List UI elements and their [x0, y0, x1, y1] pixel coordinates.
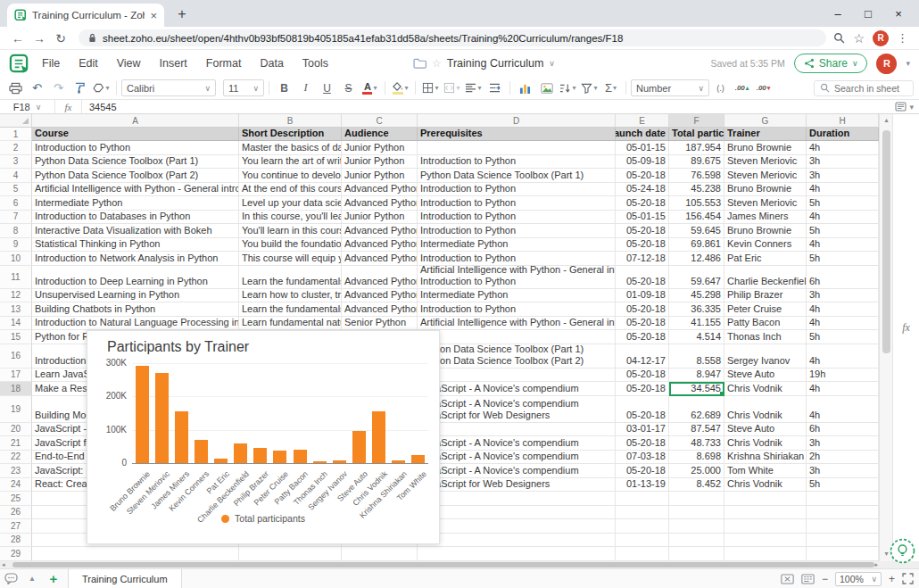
grid-cell[interactable]: 4h — [807, 211, 879, 225]
grid-cell[interactable]: Bruno Brownie — [724, 141, 807, 155]
grid-cell[interactable]: Advanced Python — [342, 302, 418, 317]
bookmark-star-icon[interactable]: ☆ — [853, 31, 865, 46]
grid-cell[interactable]: Steve Auto — [724, 423, 807, 437]
grid-cell[interactable]: Introduction to Python — [418, 252, 616, 266]
grid-cell[interactable]: 07-03-18 — [616, 451, 669, 465]
grid-cell[interactable]: 5h — [807, 196, 879, 211]
grid-cell[interactable]: Sergey Ivanov — [724, 344, 807, 369]
grid-cell[interactable]: Course — [32, 128, 239, 141]
row-header-15[interactable]: 15 — [0, 330, 32, 344]
grid-cell[interactable]: Advanced Python — [342, 238, 418, 253]
decrease-decimal-button[interactable]: .00▾ — [753, 79, 774, 97]
grid-cell[interactable] — [669, 519, 724, 534]
insert-image-button[interactable] — [536, 79, 557, 97]
grid-cell[interactable]: 3h — [807, 289, 879, 303]
grid-cell[interactable]: Introduction to Deep Learning in Python — [32, 266, 239, 289]
horizontal-scrollbar[interactable]: ◂ ▸ — [0, 561, 919, 568]
grid-cell[interactable]: 48.733 — [669, 436, 724, 451]
grid-cell[interactable]: Learn how to cluster, transfo — [239, 289, 342, 303]
redo-button[interactable]: ↷ — [48, 79, 69, 97]
grid-cell[interactable]: Introduction to Python — [418, 155, 616, 170]
clear-format-button[interactable]: ▾ — [91, 79, 112, 97]
grid-cell[interactable]: Steven Meriovic — [724, 155, 807, 170]
bar[interactable] — [333, 460, 346, 463]
number-format-select[interactable]: Number ∨ — [631, 79, 709, 96]
selected-cell[interactable]: 34.545 — [669, 382, 724, 396]
grid-cell[interactable]: 6h — [807, 423, 879, 437]
row-header-5[interactable]: 5 — [0, 183, 32, 197]
fill-color-button[interactable]: ▾ — [390, 79, 410, 97]
sheet-list-toggle[interactable]: ▲ — [21, 575, 43, 583]
grid-cell[interactable] — [616, 534, 669, 548]
align-button[interactable]: ▾ — [463, 79, 484, 97]
column-header-G[interactable]: G — [724, 114, 807, 128]
grid-cell[interactable] — [418, 369, 616, 383]
menu-insert[interactable]: Insert — [160, 57, 187, 70]
grid-cell[interactable]: 36.335 — [669, 302, 724, 317]
grid-cell[interactable]: 156.454 — [669, 211, 724, 225]
grid-cell[interactable]: 3h — [807, 155, 879, 170]
back-icon[interactable]: ← — [7, 31, 29, 46]
zoom-search-icon[interactable] — [833, 32, 845, 44]
grid-cell[interactable]: Artificial Intelligence with Python - Ge… — [32, 183, 239, 197]
grid-cell[interactable] — [669, 492, 724, 506]
grid-cell[interactable]: Steven Meriovic — [724, 196, 807, 211]
forward-icon[interactable]: → — [29, 31, 50, 46]
grid-cell[interactable]: Introduction to Network Analysis in Pyth… — [32, 252, 239, 266]
user-avatar[interactable]: R — [876, 54, 897, 74]
bar[interactable] — [392, 460, 405, 463]
wrap-text-button[interactable] — [484, 79, 505, 97]
grid-cell[interactable]: 3h — [807, 436, 879, 451]
grid-cell[interactable]: 105.553 — [669, 196, 724, 211]
row-header-1[interactable]: 1 — [0, 128, 32, 141]
row-header-7[interactable]: 7 — [0, 211, 32, 225]
grid-cell[interactable]: Advanced Python — [342, 252, 418, 266]
grid-cell[interactable]: You build the foundation you — [239, 238, 342, 253]
grid-cell[interactable]: 8.698 — [669, 451, 724, 465]
tab-close-icon[interactable]: × — [150, 10, 157, 21]
font-size-select[interactable]: 11 ∨ — [223, 79, 264, 96]
column-header-F[interactable]: F — [669, 114, 724, 128]
grid-cell[interactable]: Total participants — [669, 128, 724, 141]
row-header-21[interactable]: 21 — [0, 436, 32, 451]
sheet-tab[interactable]: Training Curriculum — [68, 569, 182, 588]
grid-cell[interactable] — [807, 534, 879, 548]
grid-cell[interactable] — [32, 547, 239, 561]
browser-avatar[interactable]: R — [873, 30, 889, 46]
grid-cell[interactable]: 6h — [807, 266, 879, 289]
grid-cell[interactable]: 4h — [807, 396, 879, 423]
format-painter-button[interactable] — [70, 79, 90, 97]
grid-cell[interactable]: Python Data Science Toolbox (Part 1) — [418, 169, 616, 183]
row-header-12[interactable]: 12 — [0, 289, 32, 303]
bar[interactable] — [175, 411, 188, 463]
grid-cell[interactable]: 05-20-18 — [616, 169, 669, 183]
filter-button[interactable]: ▾ — [579, 79, 600, 97]
row-header-25[interactable]: 25 — [0, 492, 32, 506]
bar[interactable] — [273, 451, 286, 463]
grid-cell[interactable]: Junior Python — [342, 141, 418, 155]
grid-cell[interactable]: Advanced Python — [342, 266, 418, 289]
grid-cell[interactable] — [724, 534, 807, 548]
grid-cell[interactable]: Prerequisites — [418, 128, 616, 141]
grid-cell[interactable]: 8.452 — [669, 478, 724, 493]
menu-edit[interactable]: Edit — [79, 57, 98, 70]
grid-cell[interactable]: 4h — [807, 344, 879, 369]
row-header-23[interactable]: 23 — [0, 464, 32, 478]
grid-cell[interactable]: Chris Vodnik — [724, 436, 807, 451]
row-header-29[interactable]: 29 — [0, 547, 32, 561]
grid-cell[interactable]: 59.647 — [669, 266, 724, 289]
grid-cell[interactable]: Krishna Shiriakan — [724, 451, 807, 465]
grid-cell[interactable]: Duration — [807, 128, 879, 141]
grid-cell[interactable]: Tom White — [724, 464, 807, 478]
bar[interactable] — [136, 366, 149, 463]
grid-cell[interactable]: 05-20-18 — [616, 266, 669, 289]
grid-cell[interactable]: 62.689 — [669, 396, 724, 423]
grid-cell[interactable]: 05-09-18 — [616, 155, 669, 170]
grid-cell[interactable]: Junior Python — [342, 155, 418, 170]
menu-tools[interactable]: Tools — [302, 57, 328, 70]
grid-cell[interactable]: Advanced Python — [342, 224, 418, 238]
folder-icon[interactable] — [413, 58, 426, 69]
zoom-level-select[interactable]: 100% ∨ — [835, 572, 882, 586]
bar[interactable] — [155, 373, 169, 463]
grid-cell[interactable]: Peter Cruise — [724, 302, 807, 317]
